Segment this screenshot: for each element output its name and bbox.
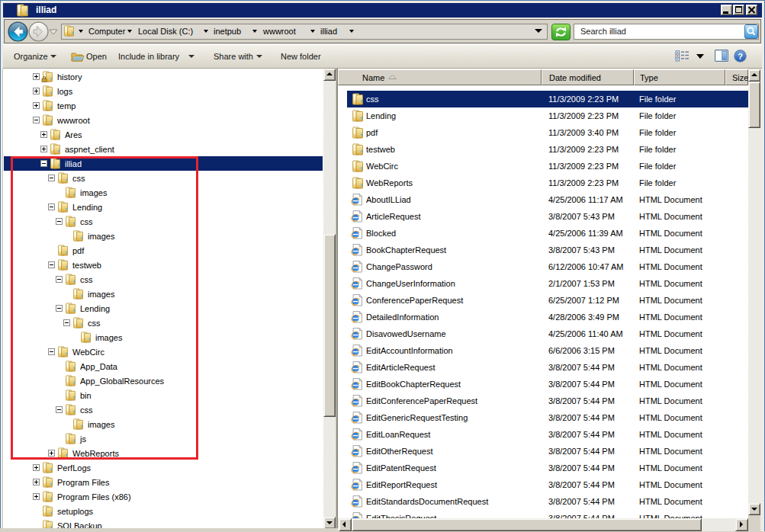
svg-text:?: ? xyxy=(738,52,743,61)
